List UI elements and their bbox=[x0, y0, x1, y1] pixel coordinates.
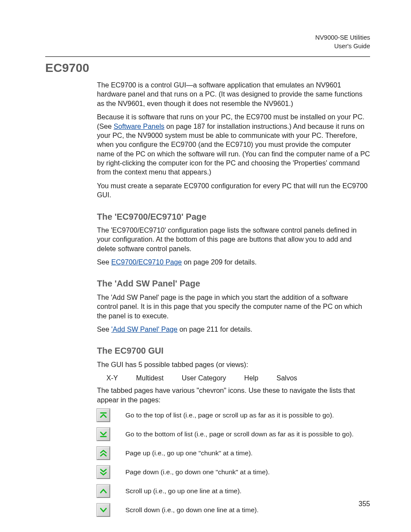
sec2-paragraph: The 'Add SW Panel' page is the page in w… bbox=[97, 293, 370, 320]
heading-ec9700-ec9710-page: The 'EC9700/EC9710' Page bbox=[97, 211, 370, 222]
page-number: 355 bbox=[358, 499, 370, 508]
icon-description: Page up (i.e., go up one "chunk" at a ti… bbox=[125, 449, 252, 457]
list-item: Page up (i.e., go up one "chunk" at a ti… bbox=[97, 447, 370, 460]
section-heading-ec9700: EC9700 bbox=[45, 60, 370, 76]
heading-ec9700-gui: The EC9700 GUI bbox=[97, 345, 370, 356]
list-item: Scroll down (i.e., go down one line at a… bbox=[97, 504, 370, 516]
list-item: Go to the top of list (i.e., page or scr… bbox=[97, 409, 370, 422]
list-item: Scroll up (i.e., go up one line at a tim… bbox=[97, 485, 370, 498]
sec1-see: See EC9700/EC9710 Page on page 209 for d… bbox=[97, 258, 370, 267]
chevron-icon-list: Go to the top of list (i.e., page or scr… bbox=[97, 409, 370, 516]
sec2-see: See 'Add SW Panel' Page on page 211 for … bbox=[97, 325, 370, 334]
tabs-list: X-YMultidestUser CategoryHelpSalvos bbox=[106, 373, 370, 383]
tab-name: X-Y bbox=[106, 374, 118, 382]
list-item: Page down (i.e., go down one "chunk" at … bbox=[97, 466, 370, 479]
intro-paragraph-2: Because it is software that runs on your… bbox=[97, 112, 370, 177]
text-span: See bbox=[97, 258, 111, 266]
icon-description: Go to the bottom of list (i.e., page or … bbox=[125, 430, 354, 439]
text-span: See bbox=[97, 325, 111, 333]
icon-description: Scroll down (i.e., go down one line at a… bbox=[125, 506, 258, 514]
sec1-paragraph: The 'EC9700/EC9710' configuration page l… bbox=[97, 226, 370, 253]
icon-description: Page down (i.e., go down one "chunk" at … bbox=[125, 468, 270, 476]
product-name: NV9000-SE Utilities bbox=[45, 34, 370, 42]
text-span: on page 187 for installation instruction… bbox=[97, 122, 370, 176]
running-head: NV9000-SE Utilities User's Guide bbox=[45, 34, 370, 50]
link-add-sw-panel-page[interactable]: 'Add SW Panel' Page bbox=[111, 325, 177, 333]
intro-paragraph-1: The EC9700 is a control GUI—a software a… bbox=[97, 81, 370, 108]
go-bottom-icon bbox=[97, 428, 110, 441]
page-up-icon bbox=[97, 447, 110, 460]
go-top-icon bbox=[97, 409, 110, 422]
header-rule bbox=[45, 56, 370, 57]
link-software-panels[interactable]: Software Panels bbox=[114, 122, 165, 130]
sec3-paragraph-1: The GUI has 5 possible tabbed pages (or … bbox=[97, 360, 370, 369]
scroll-down-icon bbox=[97, 504, 110, 516]
tab-name: Salvos bbox=[277, 374, 297, 382]
page-down-icon bbox=[97, 466, 110, 479]
intro-paragraph-3: You must create a separate EC9700 config… bbox=[97, 181, 370, 200]
icon-description: Scroll up (i.e., go up one line at a tim… bbox=[125, 487, 242, 495]
text-span: on page 211 for details. bbox=[177, 325, 252, 333]
scroll-up-icon bbox=[97, 485, 110, 498]
tab-name: User Category bbox=[182, 374, 226, 382]
tab-name: Help bbox=[244, 374, 258, 382]
icon-description: Go to the top of list (i.e., page or scr… bbox=[125, 411, 334, 420]
tab-name: Multidest bbox=[136, 374, 164, 382]
sec3-paragraph-2: The tabbed pages have various "chevron" … bbox=[97, 386, 370, 404]
link-ec9700-ec9710-page[interactable]: EC9700/EC9710 Page bbox=[111, 258, 182, 266]
list-item: Go to the bottom of list (i.e., page or … bbox=[97, 428, 370, 441]
heading-add-sw-panel-page: The 'Add SW Panel' Page bbox=[97, 278, 370, 289]
doc-type: User's Guide bbox=[45, 42, 370, 51]
text-span: on page 209 for details. bbox=[182, 258, 257, 266]
